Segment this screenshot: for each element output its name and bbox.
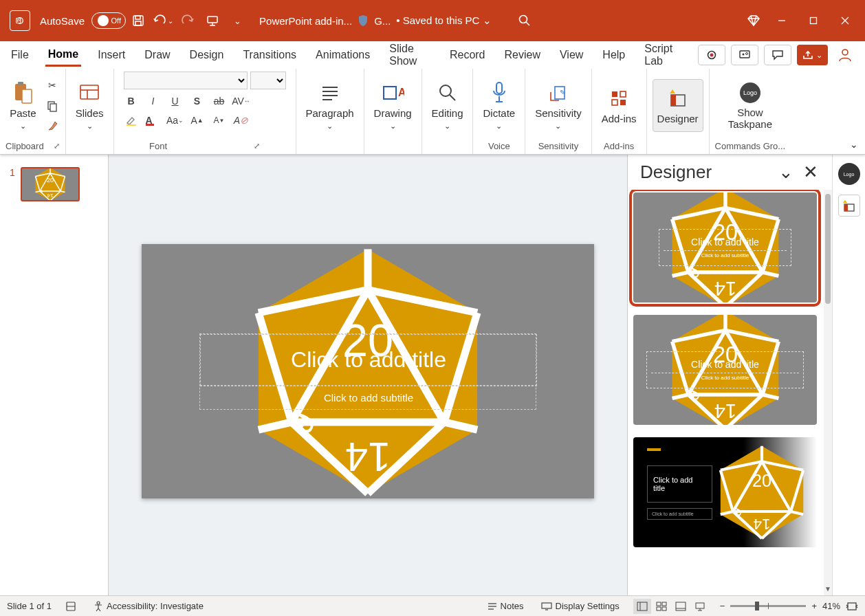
premium-icon[interactable] — [741, 8, 766, 33]
subtitle-placeholder[interactable]: Click to add subtitle — [200, 386, 537, 409]
font-color-button[interactable]: A — [146, 113, 161, 128]
tab-animations[interactable]: Animations — [313, 45, 373, 65]
svg-rect-76 — [637, 602, 647, 610]
clipboard-launcher[interactable]: ⤢ — [54, 142, 60, 151]
close-button[interactable] — [829, 0, 861, 41]
zoom-in-button[interactable]: + — [811, 601, 817, 611]
save-button[interactable] — [126, 8, 151, 33]
search-button[interactable] — [512, 8, 537, 33]
slide-thumbnail-1[interactable] — [21, 167, 80, 201]
status-bar: Slide 1 of 1 Accessibility: Investigate … — [0, 595, 865, 616]
ribbon-collapse-button[interactable]: ⌄ — [850, 139, 858, 150]
clear-format-button[interactable]: A⊘ — [234, 113, 249, 128]
svg-rect-51 — [384, 87, 396, 99]
teams-button[interactable] — [731, 45, 758, 65]
zoom-slider[interactable] — [730, 605, 806, 607]
svg-rect-80 — [657, 607, 661, 610]
comments-button[interactable] — [764, 45, 791, 65]
tab-script-lab[interactable]: Script Lab — [642, 38, 684, 72]
tab-draw[interactable]: Draw — [142, 45, 173, 65]
account-button[interactable] — [833, 47, 857, 63]
qat-more-button[interactable]: ⌄ — [225, 8, 250, 33]
display-settings-button[interactable]: Display Settings — [538, 601, 622, 611]
minimize-button[interactable] — [766, 0, 798, 41]
share-button[interactable]: ⌄ — [797, 45, 828, 65]
fit-button[interactable] — [846, 601, 858, 612]
svg-rect-43 — [80, 85, 98, 99]
strike-button[interactable]: ab — [212, 94, 227, 109]
show-taskpane-button[interactable]: LogoShow Taskpane — [724, 78, 776, 133]
side-designer-button[interactable] — [838, 195, 860, 217]
camera-button[interactable] — [698, 45, 725, 65]
tab-view[interactable]: View — [557, 45, 586, 65]
tab-help[interactable]: Help — [600, 45, 628, 65]
grow-font-button[interactable]: A▲ — [190, 113, 205, 128]
tab-transitions[interactable]: Transitions — [240, 45, 299, 65]
font-size-select[interactable] — [250, 72, 286, 89]
normal-view-button[interactable] — [633, 599, 651, 614]
slides-button[interactable]: Slides⌄ — [72, 78, 108, 133]
saved-indicator[interactable]: • Saved to this PC ⌄ — [396, 14, 491, 27]
editing-button[interactable]: Editing⌄ — [428, 78, 468, 133]
tab-home[interactable]: Home — [45, 44, 81, 67]
slide-counter[interactable]: Slide 1 of 1 — [7, 601, 52, 611]
slide[interactable]: Click to add title Click to add subtitle — [142, 244, 594, 498]
tab-slide-show[interactable]: Slide Show — [386, 38, 433, 72]
zoom-value[interactable]: 41% — [822, 601, 840, 611]
font-family-select[interactable] — [124, 72, 248, 89]
drawing-group: ADrawing⌄ — [364, 69, 422, 154]
drawing-button[interactable]: ADrawing⌄ — [370, 78, 416, 133]
change-case-button[interactable]: Aa⌄ — [168, 113, 183, 128]
slideshow-view-button[interactable] — [691, 599, 709, 614]
pane-collapse-button[interactable]: ⌄ — [777, 164, 795, 182]
title-placeholder[interactable]: Click to add title — [200, 334, 537, 386]
language-button[interactable] — [63, 601, 79, 612]
copy-button[interactable] — [45, 98, 60, 113]
present-button[interactable] — [200, 8, 225, 33]
svg-rect-84 — [696, 603, 704, 608]
format-painter-button[interactable] — [45, 119, 60, 134]
highlight-button[interactable] — [124, 113, 139, 128]
design-suggestion-1[interactable]: Click to add titleClick to add subtitle — [633, 192, 817, 302]
side-logo-button[interactable]: Logo — [838, 163, 860, 185]
addins-button[interactable]: Add-ins — [598, 84, 641, 127]
autosave-toggle[interactable]: AutoSave Off — [40, 12, 126, 29]
tab-insert[interactable]: Insert — [95, 45, 128, 65]
clipboard-label: Clipboard — [6, 141, 44, 151]
slide-canvas[interactable]: Click to add title Click to add subtitle — [109, 155, 627, 595]
shadow-button[interactable]: S — [190, 94, 205, 109]
maximize-button[interactable] — [798, 0, 829, 41]
svg-rect-55 — [496, 82, 502, 94]
accessibility-button[interactable]: Accessibility: Investigate — [90, 601, 206, 612]
underline-button[interactable]: U — [168, 94, 183, 109]
tab-record[interactable]: Record — [447, 45, 488, 65]
pane-close-button[interactable]: ✕ — [802, 164, 820, 182]
design-suggestion-2[interactable]: Click to add titleClick to add subtitle — [633, 315, 817, 425]
dictate-button[interactable]: Dictate⌄ — [479, 78, 519, 133]
cut-button[interactable]: ✂ — [45, 78, 60, 93]
sensitivity-button[interactable]: ✎Sensitivity⌄ — [531, 78, 586, 133]
redo-button[interactable] — [175, 8, 200, 33]
spacing-button[interactable]: AV↔ — [234, 94, 249, 109]
zoom-out-button[interactable]: − — [720, 601, 725, 611]
tab-design[interactable]: Design — [187, 45, 227, 65]
design-suggestion-3[interactable]: Click to add title Click to add subtitle — [633, 437, 817, 547]
undo-button[interactable]: ⌄ — [151, 8, 175, 33]
tab-file[interactable]: File — [8, 45, 32, 65]
tab-review[interactable]: Review — [502, 45, 543, 65]
design-suggestions: Click to add titleClick to add subtitle … — [628, 190, 824, 595]
svg-rect-61 — [620, 91, 626, 97]
pane-scrollbar[interactable]: ▼ — [824, 190, 832, 595]
designer-button[interactable]: Designer — [653, 79, 703, 132]
shrink-font-button[interactable]: A▼ — [212, 113, 227, 128]
notes-button[interactable]: Notes — [484, 601, 527, 611]
paragraph-button[interactable]: Paragraph⌄ — [302, 78, 358, 133]
reading-view-button[interactable] — [672, 599, 690, 614]
svg-rect-67 — [844, 204, 848, 211]
font-launcher[interactable]: ⤢ — [254, 142, 260, 151]
bold-button[interactable]: B — [124, 94, 139, 109]
shield-icon — [358, 14, 369, 27]
italic-button[interactable]: I — [146, 94, 161, 109]
paste-button[interactable]: Paste⌄ — [6, 78, 40, 133]
sorter-view-button[interactable] — [653, 599, 670, 614]
